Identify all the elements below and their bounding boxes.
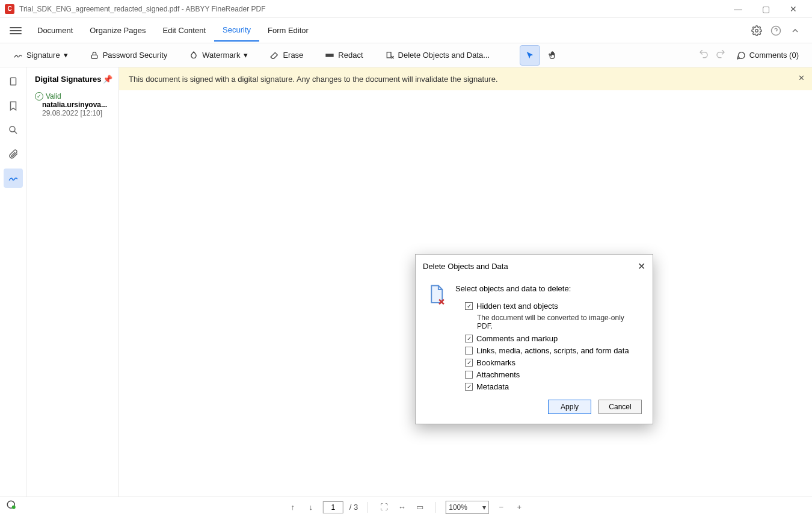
zoom-select[interactable]: 100%▾ — [446, 501, 489, 514]
dialog-title: Delete Objects and Data — [423, 262, 508, 271]
redo-icon[interactable] — [715, 49, 727, 61]
signature-label: Signature — [26, 51, 60, 60]
chevron-down-icon: ▾ — [64, 51, 68, 60]
checkbox-attachments[interactable]: Attachments — [455, 370, 642, 379]
svg-rect-8 — [10, 78, 16, 85]
redact-label: Redact — [338, 51, 363, 60]
watermark-button[interactable]: Watermark ▾ — [184, 47, 253, 64]
signature-warning-banner: This document is signed with a digital s… — [119, 67, 812, 90]
view-mode-icon[interactable]: ▭ — [414, 501, 426, 513]
rail-attachments-icon[interactable] — [4, 144, 23, 164]
titlebar-filename: Trial_SDK_ENG_agreement_redacted_signed.… — [19, 5, 724, 13]
menu-form-editor[interactable]: Form Editor — [259, 20, 317, 41]
window-minimize-button[interactable]: — — [724, 0, 752, 18]
window-maximize-button[interactable]: ▢ — [752, 0, 780, 18]
signature-button[interactable]: Signature ▾ — [8, 47, 73, 64]
svg-line-10 — [14, 131, 17, 134]
pointer-tool-button[interactable] — [520, 45, 540, 66]
rail-pages-icon[interactable] — [4, 72, 23, 91]
window-close-button[interactable]: ✕ — [780, 0, 807, 18]
svg-point-14 — [12, 506, 16, 509]
checkbox-links[interactable]: Links, media, actions, scripts, and form… — [455, 346, 642, 355]
security-toolbar: Signature ▾ Password Security Watermark … — [0, 43, 812, 67]
checkbox-metadata[interactable]: Metadata — [455, 382, 642, 391]
delete-objects-label: Delete Objects and Data... — [398, 51, 490, 60]
fit-width-icon[interactable]: ↔ — [396, 501, 408, 513]
dialog-lead-text: Select objects and data to delete: — [455, 284, 642, 293]
watermark-label: Watermark — [202, 51, 240, 60]
svg-rect-3 — [91, 55, 97, 58]
comments-label: Comments (0) — [749, 51, 799, 60]
sync-status-icon[interactable] — [6, 500, 17, 512]
statusbar: ↑ ↓ / 3 ⛶ ↔ ▭ 100%▾ − + — [0, 497, 812, 517]
delete-objects-dialog: Delete Objects and Data ✕ Select objects… — [415, 254, 653, 424]
cancel-button[interactable]: Cancel — [598, 400, 642, 414]
rail-signatures-icon[interactable] — [4, 169, 23, 188]
page-total-label: / 3 — [349, 503, 358, 512]
signature-valid-badge: Valid — [35, 92, 110, 101]
svg-rect-4 — [326, 54, 333, 57]
app-icon: C — [5, 4, 14, 14]
close-banner-button[interactable]: ✕ — [798, 73, 805, 82]
dialog-document-icon — [426, 284, 448, 306]
zoom-in-button[interactable]: + — [513, 501, 525, 513]
dialog-close-button[interactable]: ✕ — [638, 261, 645, 272]
left-rail — [0, 67, 26, 497]
help-icon[interactable] — [766, 21, 786, 40]
undo-icon[interactable] — [698, 49, 710, 61]
signatures-panel: Digital Signatures 📌 Valid natalia.ursin… — [26, 67, 119, 497]
svg-point-0 — [755, 29, 758, 32]
delete-objects-button[interactable]: Delete Objects and Data... — [380, 47, 494, 64]
pin-panel-button[interactable]: 📌 — [103, 75, 112, 84]
rail-search-icon[interactable] — [4, 120, 23, 140]
rail-bookmarks-icon[interactable] — [4, 96, 23, 116]
hamburger-menu-button[interactable] — [7, 23, 24, 38]
menu-document[interactable]: Document — [29, 20, 81, 41]
collapse-ribbon-icon[interactable] — [786, 21, 805, 40]
password-security-button[interactable]: Password Security — [85, 47, 173, 64]
settings-icon[interactable] — [747, 21, 766, 40]
titlebar: C Trial_SDK_ENG_agreement_redacted_signe… — [0, 0, 812, 18]
panel-title: Digital Signatures — [35, 75, 102, 84]
erase-button[interactable]: Erase — [265, 47, 308, 64]
checkbox-comments[interactable]: Comments and markup — [455, 334, 642, 343]
chevron-down-icon: ▾ — [244, 51, 248, 60]
menu-edit-content[interactable]: Edit Content — [154, 20, 214, 41]
svg-rect-5 — [387, 52, 391, 57]
hand-tool-button[interactable] — [543, 45, 563, 66]
page-number-input[interactable] — [323, 501, 343, 513]
prev-page-button[interactable]: ↑ — [287, 501, 299, 513]
checkbox-bookmarks[interactable]: Bookmarks — [455, 358, 642, 367]
banner-text: This document is signed with a digital s… — [129, 75, 498, 84]
menu-security[interactable]: Security — [214, 19, 259, 42]
signature-name: natalia.ursinyova... — [42, 101, 110, 109]
signature-date: 29.08.2022 [12:10] — [42, 109, 110, 117]
password-security-label: Password Security — [103, 51, 168, 60]
redact-button[interactable]: Redact — [320, 47, 368, 64]
comments-button[interactable]: Comments (0) — [731, 47, 804, 64]
erase-label: Erase — [283, 51, 303, 60]
menubar: Document Organize Pages Edit Content Sec… — [0, 18, 812, 43]
apply-button[interactable]: Apply — [548, 400, 591, 414]
hidden-text-note: The document will be converted to image-… — [455, 314, 642, 330]
next-page-button[interactable]: ↓ — [305, 501, 317, 513]
zoom-out-button[interactable]: − — [495, 501, 507, 513]
checkbox-hidden-text[interactable]: Hidden text and objects — [455, 302, 642, 311]
signature-entry[interactable]: Valid natalia.ursinyova... 29.08.2022 [1… — [26, 88, 118, 121]
fit-page-icon[interactable]: ⛶ — [378, 501, 390, 513]
menu-organize-pages[interactable]: Organize Pages — [81, 20, 154, 41]
